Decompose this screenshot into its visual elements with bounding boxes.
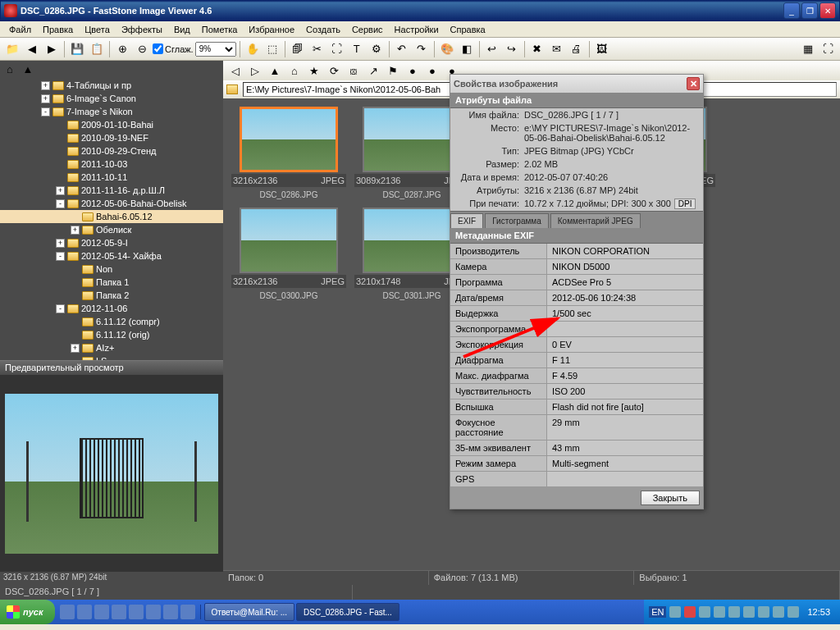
menu-Справка[interactable]: Справка [445,23,491,36]
minimize-button[interactable]: _ [783,2,800,19]
tab-Комментарий JPEG[interactable]: Комментарий JPEG [550,213,641,228]
tree-node[interactable]: +AIz+ [0,341,223,354]
tray-icon[interactable] [669,606,681,618]
path-fav-icon[interactable]: ★ [305,62,323,80]
resize2-icon[interactable]: ◧ [458,40,476,58]
print-icon[interactable]: 🖨 [568,40,586,58]
select-icon[interactable]: ⬚ [263,40,281,58]
path-fwd-icon[interactable]: ▷ [246,62,264,80]
clock[interactable]: 12:53 [802,607,835,617]
menu-Избранное[interactable]: Избранное [243,23,300,36]
dialog-close-icon[interactable]: ✕ [687,77,700,90]
close-button[interactable]: Закрыть [641,491,700,505]
tree-node[interactable]: 2011-10-11 [0,171,223,184]
ql-icon[interactable] [112,605,126,619]
menu-Сервис[interactable]: Сервис [346,23,389,36]
nav-fwd-icon[interactable]: ▶ [43,40,61,58]
tree-node[interactable]: +2012-05-9-I [0,236,223,249]
tree-node[interactable]: -2012-05-14- Хайфа [0,249,223,262]
copy-icon[interactable]: 📋 [88,40,106,58]
text-icon[interactable]: T [348,40,366,58]
tree-node[interactable]: +Обелиск [0,223,223,236]
view-full-icon[interactable]: ⛶ [819,40,837,58]
clone-icon[interactable]: 🗐 [289,40,307,58]
path-tag2-icon[interactable]: ● [423,62,441,80]
menu-Цвета[interactable]: Цвета [79,23,116,36]
dialog-titlebar[interactable]: Свойства изображения ✕ [450,75,703,93]
zoom-in-icon[interactable]: ⊕ [113,40,131,58]
tray-icon[interactable] [714,606,725,618]
dpi-button[interactable]: DPI [674,199,696,209]
path-stop-icon[interactable]: ⦻ [345,62,363,80]
tree-node[interactable]: 2009-01-10-Bahai [0,118,223,131]
tree-node[interactable]: Non [0,262,223,276]
settings-icon[interactable]: ⚙ [368,40,386,58]
tree-node[interactable]: +4-Таблицы и пр [0,79,223,92]
thumb-item[interactable]: 3216x2136JPEGDSC_0286.JPG [231,107,346,199]
undo-icon[interactable]: ↩ [483,40,501,58]
folder-icon[interactable]: 📁 [3,40,21,58]
tree-home-icon[interactable]: ⌂ [2,62,18,75]
hand-icon[interactable]: ✋ [244,40,262,58]
menu-Создать[interactable]: Создать [300,23,346,36]
tree-node[interactable]: Папка 2 [0,289,223,302]
crop-icon[interactable]: ✂ [308,40,326,58]
ql-icon[interactable] [129,605,144,619]
tree-node[interactable]: 2011-10-03 [0,158,223,171]
wallpaper-icon[interactable]: 🖼 [593,40,611,58]
menu-Пометка[interactable]: Пометка [196,23,244,36]
tree-node[interactable]: -7-Image`s Nikon [0,105,223,118]
tree-node[interactable]: +6-Image`s Canon [0,92,223,105]
tab-EXIF[interactable]: EXIF [450,213,483,228]
resize-icon[interactable]: ⛶ [328,40,346,58]
zoom-out-icon[interactable]: ⊖ [133,40,151,58]
tray-icon[interactable] [758,606,769,618]
tree-node[interactable]: -2012-11-06 [0,302,223,315]
tray-icon[interactable] [699,606,710,618]
view-thumbs-icon[interactable]: ▦ [799,40,817,58]
path-refresh-icon[interactable]: ⟳ [325,62,343,80]
lang-indicator[interactable]: EN [649,606,666,618]
menu-Настройки[interactable]: Настройки [389,23,445,36]
tree-node[interactable]: 2010-09-29-Стенд [0,144,223,158]
tray-icon[interactable] [743,606,755,618]
color-icon[interactable]: 🎨 [438,40,456,58]
tray-icon[interactable] [728,606,740,618]
mail-icon[interactable]: ✉ [548,40,566,58]
path-up-icon[interactable]: ▲ [266,62,284,80]
path-home-icon[interactable]: ⌂ [285,62,304,80]
smooth-checkbox[interactable] [153,43,163,54]
tray-icon[interactable] [684,606,696,618]
tray-icon[interactable] [788,606,799,618]
menu-Файл[interactable]: Файл [3,23,37,36]
ql-icon[interactable] [163,605,178,619]
tree-up-icon[interactable]: ▲ [20,62,36,75]
tree-node[interactable]: Папка 1 [0,276,223,289]
close-button[interactable]: ✕ [819,2,836,19]
tree-node[interactable]: 6.11.12 (compr) [0,315,223,328]
rotate-right-icon[interactable]: ↷ [413,40,431,58]
taskbar-task[interactable]: DSC_0286.JPG - Fast... [296,603,399,621]
menu-Вид[interactable]: Вид [168,23,196,36]
save-icon[interactable]: 💾 [68,40,86,58]
path-opt-icon[interactable]: ⚑ [384,62,402,80]
menu-Эффекты[interactable]: Эффекты [116,23,168,36]
tree-node[interactable]: LS [0,354,223,360]
thumb-item[interactable]: 3216x2136JPEGDSC_0300.JPG [231,208,346,300]
path-back-icon[interactable]: ◁ [226,62,244,80]
tree-node[interactable]: Bahai-6.05.12 [0,210,223,223]
ql-icon[interactable] [146,605,161,619]
menu-Правка[interactable]: Правка [37,23,79,36]
path-tag1-icon[interactable]: ● [404,62,422,80]
maximize-button[interactable]: ❐ [801,2,818,19]
taskbar-task[interactable]: Ответы@Mail.Ru: ... [204,603,295,621]
ql-icon[interactable] [94,605,109,619]
preview-pane[interactable] [0,375,223,572]
start-button[interactable]: пуск [0,600,55,624]
tray-icon[interactable] [773,606,784,618]
folder-tree[interactable]: +4-Таблицы и пр+6-Image`s Canon-7-Image`… [0,77,223,360]
ql-icon[interactable] [77,605,92,619]
rotate-left-icon[interactable]: ↶ [393,40,411,58]
tree-node[interactable]: +2011-11-16- д.р.Ш.Л [0,184,223,197]
ql-icon[interactable] [180,605,195,619]
